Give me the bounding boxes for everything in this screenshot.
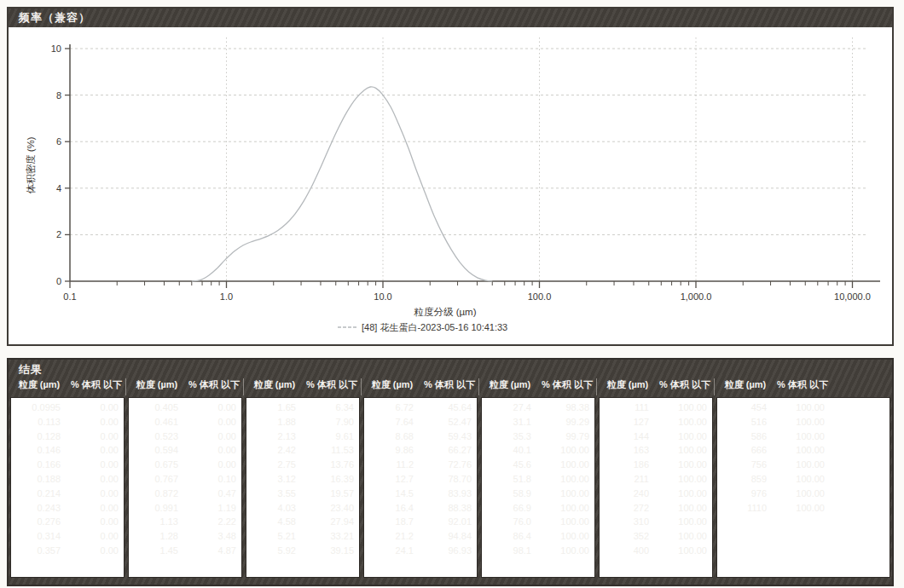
results-column-group-header: 粒度 (µm)% 体积 以下 (718, 378, 832, 395)
percent-under-value: 16.39 (296, 472, 354, 487)
percent-under-value: 100.00 (767, 487, 825, 501)
table-row: 127100.00 (600, 415, 710, 429)
size-column-header: 粒度 (µm) (600, 378, 655, 395)
table-row: 0.4610.00 (129, 415, 240, 429)
results-table-header: 粒度 (µm)% 体积 以下粒度 (µm)% 体积 以下粒度 (µm)% 体积 … (9, 378, 892, 395)
table-row: 98.1100.00 (482, 544, 593, 558)
size-value: 12.7 (364, 472, 414, 487)
frequency-distribution-chart: 02468100.11.010.0100.01,000.010,000.0粒度分… (9, 27, 892, 344)
size-value: 666 (717, 443, 767, 458)
size-value: 186 (600, 458, 649, 472)
size-value: 756 (717, 458, 767, 472)
size-column-header: 粒度 (µm) (718, 378, 773, 395)
percent-under-column-header: % 体积 以下 (67, 378, 126, 395)
result-group-box: 0.4050.000.4610.000.5230.000.5940.000.67… (128, 397, 242, 578)
result-group-box: 111100.00127100.00144100.00163100.001861… (599, 397, 713, 578)
table-row: 0.5940.00 (129, 443, 240, 458)
percent-under-value: 100.00 (767, 429, 825, 444)
size-value: 86.4 (482, 529, 531, 544)
percent-under-value: 100.00 (531, 544, 589, 558)
percent-under-value: 100.00 (649, 529, 707, 544)
x-tick-label: 100.0 (528, 291, 552, 302)
size-value: 586 (717, 429, 767, 444)
header-divider (714, 378, 715, 395)
results-column-group-header: 粒度 (µm)% 体积 以下 (600, 378, 715, 395)
size-value: 0.405 (129, 401, 178, 415)
size-value: 4.03 (246, 501, 296, 516)
size-value: 0.188 (11, 472, 61, 487)
percent-under-value: 100.00 (531, 501, 589, 516)
percent-under-value: 100.00 (649, 429, 707, 444)
table-row: 144100.00 (600, 429, 710, 444)
table-row: 5.2133.21 (246, 529, 357, 544)
size-value: 11.2 (364, 458, 414, 472)
table-row: 1.656.34 (246, 401, 357, 415)
size-value: 5.92 (246, 544, 296, 558)
percent-under-value: 100.00 (767, 501, 825, 516)
size-value: 0.113 (11, 415, 61, 429)
size-value: 5.21 (246, 529, 296, 544)
table-row: 27.498.38 (482, 401, 593, 415)
percent-under-value: 100.00 (767, 472, 825, 487)
size-value: 31.1 (482, 415, 531, 429)
result-group-box: 0.09950.000.1130.000.1280.000.1460.000.1… (10, 397, 125, 578)
size-value: 454 (717, 401, 767, 415)
table-row: 756100.00 (717, 458, 828, 472)
table-row: 454100.00 (717, 401, 828, 415)
size-value: 0.166 (11, 458, 61, 472)
table-row: 2.7513.76 (246, 458, 357, 472)
size-value: 163 (600, 443, 649, 458)
table-row: 0.4050.00 (129, 401, 240, 415)
percent-under-value: 13.76 (296, 458, 354, 472)
table-row: 9.8666.27 (364, 443, 475, 458)
x-axis-label: 粒度分级 (µm) (413, 307, 476, 317)
header-divider (243, 378, 244, 395)
percent-under-value: 1.19 (178, 501, 236, 516)
size-value: 35.3 (482, 429, 531, 444)
size-value: 3.12 (246, 472, 296, 487)
percent-under-value: 2.22 (178, 515, 236, 529)
table-row: 4.5827.94 (246, 515, 357, 529)
results-column-group-header: 粒度 (µm)% 体积 以下 (483, 378, 597, 395)
result-group-box: 454100.00516100.00586100.00666100.007561… (716, 397, 890, 578)
table-row: 16.488.38 (364, 501, 475, 516)
size-value: 0.314 (11, 529, 61, 544)
y-tick-label: 10 (51, 43, 61, 54)
table-row: 666100.00 (717, 443, 828, 458)
table-row: 51.8100.00 (482, 472, 593, 487)
percent-under-value: 100.00 (531, 529, 589, 544)
percent-under-value: 19.57 (296, 487, 354, 501)
x-tick-label: 10,000.0 (834, 291, 871, 302)
size-value: 51.8 (482, 472, 531, 487)
table-row: 0.6750.00 (129, 458, 240, 472)
frequency-chart-panel: 频率（兼容） 02468100.11.010.0100.01,000.010,0… (7, 7, 894, 346)
result-group-box: 1.656.341.887.902.139.612.4211.532.7513.… (246, 397, 360, 578)
size-value: 16.4 (364, 501, 414, 516)
size-value: 0.767 (129, 472, 178, 487)
table-row: 12.778.70 (364, 472, 475, 487)
percent-under-value: 99.29 (531, 415, 589, 429)
size-value: 0.146 (11, 443, 61, 458)
table-row: 0.1280.00 (11, 429, 122, 444)
size-value: 0.523 (129, 429, 178, 444)
table-row: 1.887.90 (246, 415, 357, 429)
percent-under-value: 96.93 (414, 544, 472, 558)
size-value: 111 (600, 401, 649, 415)
size-value: 3.55 (246, 487, 296, 501)
percent-under-value: 0.00 (61, 443, 119, 458)
x-tick-label: 0.1 (63, 291, 76, 302)
header-divider (596, 378, 597, 395)
percent-under-value: 0.00 (61, 415, 119, 429)
size-value: 272 (600, 501, 649, 516)
table-row: 24.196.93 (364, 544, 475, 558)
percent-under-value: 0.47 (178, 487, 236, 501)
table-row: 2.139.61 (246, 429, 357, 444)
size-value: 98.1 (482, 544, 531, 558)
percent-under-value: 0.10 (178, 472, 236, 487)
size-column-header: 粒度 (µm) (483, 378, 537, 395)
y-tick-label: 8 (56, 90, 61, 101)
size-value: 4.58 (246, 515, 296, 529)
table-row: 1.283.48 (129, 529, 240, 544)
percent-under-value: 72.76 (414, 458, 472, 472)
percent-under-value: 99.79 (531, 429, 589, 444)
